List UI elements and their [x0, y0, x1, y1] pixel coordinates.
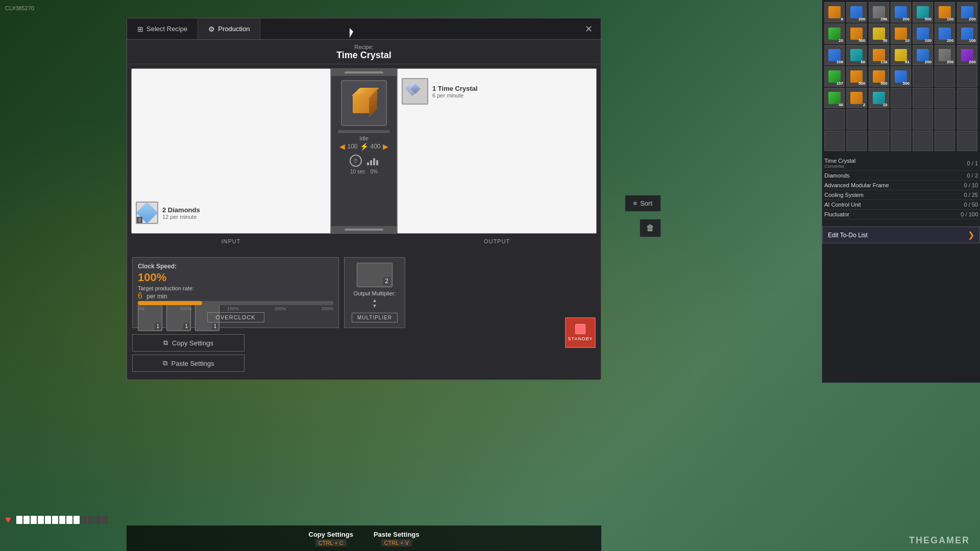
inv-cell[interactable]: 500	[869, 66, 889, 87]
speed-right: 400	[371, 143, 381, 150]
multiplier-button[interactable]: MULTIPLIER	[352, 313, 398, 322]
inv-cell[interactable]: 200	[935, 45, 955, 65]
mult-up[interactable]: ▲	[372, 297, 377, 303]
inv-cell[interactable]: 118	[869, 45, 889, 65]
delete-button[interactable]: 🗑	[640, 219, 661, 237]
inv-cell-empty	[957, 66, 977, 87]
inv-cell[interactable]: 100	[957, 23, 977, 44]
diamond-icon: 2	[136, 202, 158, 224]
diamond-info: 2 Diamonds 12 per minute	[162, 206, 200, 220]
standby-label: STANDBY	[568, 336, 593, 341]
slider-track[interactable]	[138, 301, 333, 305]
health-bar	[38, 516, 44, 524]
inv-cell[interactable]: 10	[869, 88, 889, 108]
bar4	[376, 160, 378, 165]
machine-bottom	[331, 226, 397, 233]
machine-arrows: ◀ 100 ⚡ 400 ▶	[339, 142, 388, 151]
inv-cell[interactable]: 200	[891, 2, 911, 22]
recipe-label: Recipe:	[127, 44, 601, 50]
inv-cell[interactable]: 296	[869, 2, 889, 22]
mult-num: 2	[383, 277, 390, 285]
health-bars	[16, 516, 108, 524]
health-bar	[59, 516, 65, 524]
inv-cell[interactable]: 200	[957, 45, 977, 65]
arrow-right[interactable]: ▶	[383, 142, 388, 151]
inv-cell[interactable]: 8	[824, 2, 845, 22]
edit-todo-button[interactable]: Edit To-Do List ❯	[822, 227, 980, 243]
inv-cell[interactable]: 2	[846, 88, 867, 108]
crystal-icon	[402, 78, 428, 105]
inv-cell-empty	[935, 88, 955, 108]
item-count: 0 / 25	[964, 192, 978, 198]
inv-cell-empty	[957, 109, 977, 130]
inv-cell[interactable]: 50	[869, 23, 889, 44]
inv-cell[interactable]: 81	[891, 45, 911, 65]
inv-cell-empty	[846, 109, 867, 130]
copy-settings-button[interactable]: ⧉ Copy Settings	[132, 334, 244, 352]
inv-cell-empty	[913, 131, 933, 151]
inv-cell-empty	[957, 131, 977, 151]
inv-cell-empty	[891, 131, 911, 151]
sidebar-item-ai-unit: AI Control Unit 0 / 50	[824, 200, 978, 210]
bar2	[370, 160, 372, 165]
machine-3d-icon	[349, 88, 379, 118]
machine-bottom-bar	[345, 229, 384, 231]
inv-cell[interactable]: 20	[824, 23, 845, 44]
inv-cell[interactable]: 10	[891, 23, 911, 44]
shortcut-paste-label: Paste Settings	[374, 531, 420, 538]
health-bar	[16, 516, 22, 524]
inv-cell[interactable]: 500	[846, 23, 867, 44]
sidebar-item-list: Time Crystal Converter 0 / 1 Diamonds 0 …	[822, 153, 980, 222]
inv-cell[interactable]: 200	[957, 2, 977, 22]
sort-label: Sort	[640, 199, 652, 207]
inv-cell-empty	[824, 109, 845, 130]
item-count: 0 / 2	[967, 172, 978, 179]
arrow-left[interactable]: ◀	[339, 142, 345, 151]
sidebar-item-cooling: Cooling System 0 / 25	[824, 190, 978, 200]
inv-cell-empty	[935, 131, 955, 151]
item-count: 0 / 50	[964, 202, 978, 208]
item-count: 0 / 10	[964, 182, 978, 188]
recipe-header: Recipe: Time Crystal	[127, 40, 601, 64]
hud-bottom-left: ♥	[5, 514, 108, 525]
input-label: INPUT	[222, 238, 241, 244]
inv-cell-empty	[824, 131, 845, 151]
bar3	[373, 158, 375, 165]
inv-cell[interactable]: 200	[913, 45, 933, 65]
crystal-info: 1 Time Crystal 6 per minute	[432, 85, 478, 98]
machine-controls: ⏱	[350, 155, 378, 167]
health-bar	[23, 516, 30, 524]
item-subtext: Converter	[824, 164, 855, 169]
inv-cell[interactable]: 157	[824, 66, 845, 87]
health-bar	[66, 516, 72, 524]
inv-cell[interactable]: 500	[846, 66, 867, 87]
standby-button[interactable]: STANDBY	[565, 317, 596, 348]
tab-production[interactable]: ⚙ Production	[198, 18, 260, 39]
tab-select-recipe[interactable]: ⊞ Select Recipe	[127, 18, 198, 39]
settings-area: ⧉ Copy Settings ⧉ Paste Settings	[127, 334, 601, 372]
output-panel: 1 Time Crystal 6 per minute OUTPUT	[397, 68, 597, 234]
inv-cell[interactable]: 200	[935, 23, 955, 44]
inv-cell[interactable]: 100	[913, 23, 933, 44]
item-name: Time Crystal	[824, 158, 855, 164]
overclock-button[interactable]: OVERCLOCK	[207, 312, 264, 322]
inv-cell[interactable]: 500	[913, 2, 933, 22]
slider-200: 200%	[274, 306, 286, 311]
item-name: Fluctuator	[824, 211, 849, 217]
paste-settings-button[interactable]: ⧉ Paste Settings	[132, 355, 244, 372]
diamond-rate: 12 per minute	[162, 214, 200, 220]
slider-250: 250%	[322, 306, 333, 311]
inv-cell[interactable]: 108	[824, 45, 845, 65]
shard-num-2: 1	[183, 323, 189, 330]
health-bar-empty	[88, 516, 94, 524]
mult-down[interactable]: ▼	[372, 303, 377, 309]
diamond-badge: 2	[137, 217, 142, 223]
inv-cell[interactable]: 200	[846, 2, 867, 22]
inv-cell[interactable]: 40	[824, 88, 845, 108]
shard-num-1: 1	[155, 323, 161, 330]
inv-cell[interactable]: 100	[935, 2, 955, 22]
inv-cell[interactable]: 500	[891, 66, 911, 87]
close-button[interactable]: ✕	[581, 21, 597, 37]
sort-button[interactable]: ≡ Sort	[625, 195, 661, 212]
inv-cell[interactable]: 60	[846, 45, 867, 65]
